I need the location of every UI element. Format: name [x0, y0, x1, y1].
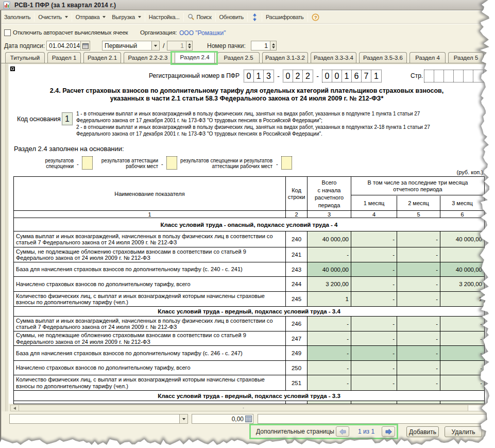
- row-name[interactable]: Суммы, не подлежащие обложению страховым…: [14, 247, 286, 262]
- row-value-m1[interactable]: -: [351, 292, 397, 306]
- autocalc-label[interactable]: Отключить авторасчет вычисляемых ячеек: [13, 29, 128, 36]
- row-value-m3[interactable]: -: [440, 247, 484, 262]
- row-value-m3[interactable]: -: [440, 375, 484, 390]
- delete-page-button[interactable]: Удалить: [445, 426, 482, 437]
- basis-code-cell[interactable]: 1: [62, 112, 73, 125]
- calendar-button[interactable]: [80, 41, 90, 50]
- tab-раздел-3-5-3-6[interactable]: Раздел 3.5-3.6: [359, 52, 407, 63]
- fill-button[interactable]: Заполнить: [1, 12, 33, 22]
- row-value-m2[interactable]: -: [397, 331, 440, 345]
- row-value-m2[interactable]: -: [397, 277, 440, 291]
- row-value-m1[interactable]: -: [351, 346, 397, 360]
- row-code[interactable]: 243: [286, 262, 308, 276]
- reg-digit-box[interactable]: 3: [264, 70, 274, 82]
- row-value-m3[interactable]: 40 000,00: [440, 262, 484, 276]
- tab-титульный[interactable]: Титульный: [5, 52, 45, 63]
- row-value-m3[interactable]: 3 200,00: [440, 277, 484, 291]
- tab-раздел-2-2-2-3[interactable]: Раздел 2.2-2.3: [124, 52, 172, 63]
- reg-digit-box[interactable]: 0: [244, 70, 254, 82]
- row-code[interactable]: 247: [286, 331, 308, 345]
- row-value-m2[interactable]: -: [397, 346, 440, 360]
- sort-button[interactable]: [248, 12, 261, 23]
- row-value-m1[interactable]: -: [351, 317, 397, 331]
- row-value-total[interactable]: 3 200,00: [308, 277, 351, 291]
- footer-combobox[interactable]: [9, 414, 188, 424]
- row-value-total[interactable]: -: [308, 247, 351, 262]
- row-value-m2[interactable]: -: [397, 231, 440, 247]
- row-value-m1[interactable]: -: [351, 262, 397, 276]
- row-value-total[interactable]: -: [308, 361, 351, 375]
- tab-раздел-2-1[interactable]: Раздел 2.1: [83, 52, 121, 63]
- row-value-m2[interactable]: -: [397, 247, 440, 262]
- scrollbar-thumb[interactable]: [19, 405, 468, 411]
- row-code[interactable]: 240: [286, 231, 308, 247]
- reg-digit-box[interactable]: 2: [303, 70, 313, 82]
- row-name[interactable]: Сумма выплат и иных вознаграждений, начи…: [14, 317, 286, 331]
- row-value-m2[interactable]: -: [397, 317, 440, 331]
- page-number-box[interactable]: [473, 70, 483, 82]
- basis3-cell[interactable]: [281, 156, 292, 170]
- row-value-m2[interactable]: -: [397, 292, 440, 306]
- reg-digit-box[interactable]: 2: [293, 70, 303, 82]
- row-name[interactable]: Количество физических лиц, с выплат и ин…: [14, 292, 286, 306]
- reg-digit-box[interactable]: 0: [283, 70, 293, 82]
- row-value-m3[interactable]: -: [440, 346, 484, 360]
- horizontal-scrollbar[interactable]: [10, 405, 486, 411]
- reg-digit-box[interactable]: 1: [342, 70, 352, 82]
- row-value-total[interactable]: -: [308, 317, 351, 331]
- row-value-m3[interactable]: -: [440, 331, 484, 345]
- tab-раздел-3-1-3-2[interactable]: Раздел 3.1-3.2: [262, 52, 308, 63]
- row-value-m3[interactable]: 1: [440, 292, 484, 306]
- clear-button[interactable]: Очистить: [35, 12, 71, 22]
- row-code[interactable]: 249: [286, 346, 308, 360]
- footer-combobox-dropdown-button[interactable]: [179, 414, 188, 424]
- autocalc-checkbox[interactable]: [4, 29, 11, 36]
- row-name[interactable]: Начислено страховых взносов по дополните…: [14, 361, 286, 375]
- row-value-total[interactable]: 40 000,00: [308, 262, 351, 276]
- row-value-total[interactable]: -: [308, 346, 351, 360]
- row-code[interactable]: 246: [286, 317, 308, 331]
- revision-spinner[interactable]: [186, 41, 192, 50]
- reg-digit-box[interactable]: 1: [254, 70, 264, 82]
- send-button[interactable]: Отправка: [73, 12, 109, 22]
- row-value-total[interactable]: 40 000,00: [308, 231, 351, 247]
- row-name[interactable]: База для начисления страховых взносов по…: [14, 262, 286, 276]
- row-value-m2[interactable]: -: [397, 262, 440, 276]
- row-value-total[interactable]: -: [308, 375, 351, 390]
- tab-раздел-3-3-3-4[interactable]: Раздел 3.3-3.4: [311, 52, 356, 63]
- row-value-m3[interactable]: -: [440, 361, 484, 375]
- row-value-m1[interactable]: -: [351, 375, 397, 390]
- row-value-m1[interactable]: -: [351, 277, 397, 291]
- tab-раздел-2-5[interactable]: Раздел 2.5: [217, 52, 260, 63]
- row-name[interactable]: База для начисления страховых взносов по…: [14, 346, 286, 360]
- row-code[interactable]: 241: [286, 247, 308, 262]
- row-value-m2[interactable]: -: [397, 361, 440, 375]
- row-name[interactable]: Сумма выплат и иных вознаграждений, начи…: [14, 231, 286, 247]
- basis2-cell[interactable]: [166, 156, 177, 170]
- page-number-box[interactable]: [434, 70, 444, 82]
- reg-digit-box[interactable]: 1: [371, 70, 381, 82]
- row-value-m1[interactable]: -: [351, 331, 397, 345]
- reg-digit-box[interactable]: 6: [352, 70, 362, 82]
- reg-digit-box[interactable]: 0: [322, 70, 332, 82]
- decrypt-button[interactable]: Расшифровать: [263, 12, 307, 22]
- page-number-box[interactable]: [464, 70, 473, 82]
- tab-раздел-4[interactable]: Раздел 4: [409, 52, 446, 63]
- reg-digit-box[interactable]: 0: [332, 70, 342, 82]
- page-number-box[interactable]: [454, 70, 464, 82]
- footer-comment-input[interactable]: [258, 414, 487, 424]
- page-number-box[interactable]: [424, 70, 434, 82]
- row-value-m3[interactable]: -: [440, 317, 484, 331]
- row-value-m3[interactable]: 40 000,00: [440, 231, 484, 247]
- organization-link[interactable]: ООО "Ромашки": [179, 29, 226, 37]
- refresh-button[interactable]: Обновить: [216, 12, 247, 22]
- row-value-m1[interactable]: -: [351, 247, 397, 262]
- row-code[interactable]: 250: [286, 361, 308, 375]
- calculator-icon[interactable]: [245, 416, 252, 422]
- row-value-m2[interactable]: -: [397, 375, 440, 390]
- search-button[interactable]: Поиск: [184, 12, 215, 22]
- row-value-m1[interactable]: -: [351, 231, 397, 247]
- footer-amount-input[interactable]: 0,00: [192, 414, 253, 424]
- row-value-total[interactable]: -: [308, 331, 351, 345]
- row-name[interactable]: Начислено страховых взносов по дополните…: [14, 277, 286, 291]
